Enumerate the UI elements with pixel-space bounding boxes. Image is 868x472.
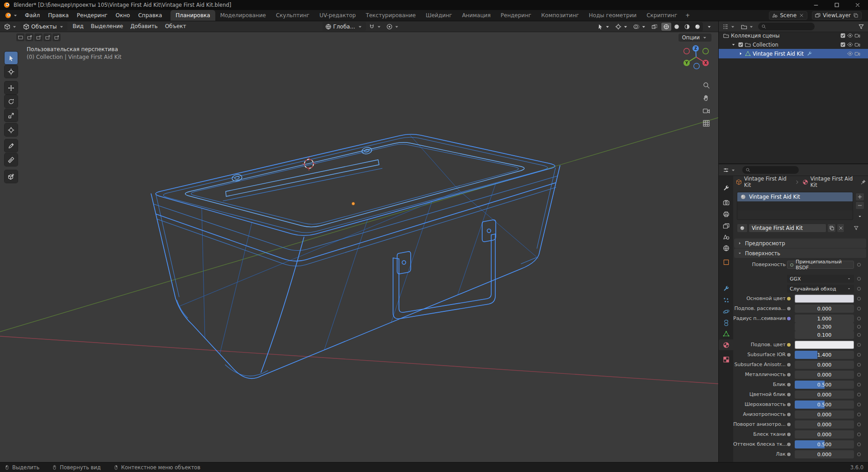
outliner-search-input[interactable]	[768, 24, 811, 30]
workspace-tab-10[interactable]: Скриптинг	[641, 10, 682, 21]
prop-shader-button[interactable]: Принципиальный BSDF	[787, 261, 854, 269]
properties-tab-tool[interactable]	[719, 182, 733, 193]
tool-scale[interactable]	[5, 109, 18, 122]
viewport-menu-2[interactable]: Добавить	[127, 21, 161, 32]
workspace-tab-8[interactable]: Композитинг	[536, 10, 584, 21]
outliner-display-mode-button[interactable]	[740, 22, 756, 31]
prop-value-slider[interactable]: 0.000	[795, 430, 854, 439]
viewport-toggle-pointer[interactable]	[596, 22, 612, 31]
prop-value-slider[interactable]: 0.000	[795, 391, 854, 399]
properties-tab-material[interactable]	[719, 339, 733, 350]
properties-tab-modifiers[interactable]	[719, 283, 733, 294]
properties-tab-constraints[interactable]	[719, 317, 733, 328]
workspace-tab-9[interactable]: Ноды геометрии	[584, 10, 642, 21]
outliner-row-0[interactable]: Коллекция сцены	[719, 31, 868, 40]
prop-color-swatch[interactable]	[795, 295, 854, 303]
row-eye-toggle[interactable]	[846, 51, 854, 57]
mode-dropdown[interactable]: Объекты	[20, 22, 67, 31]
decorator-dot[interactable]	[857, 263, 861, 267]
properties-tab-texture[interactable]	[719, 354, 733, 365]
prop-value-slider[interactable]: 0.000	[795, 450, 854, 458]
viewport-camera-button[interactable]	[702, 106, 710, 114]
node-socket-dot[interactable]	[787, 383, 791, 386]
select-intersect-button[interactable]	[52, 33, 61, 41]
topbar-menu-3[interactable]: Окно	[112, 10, 134, 21]
workspace-tab-0[interactable]: Планировка	[171, 10, 215, 21]
decorator-dot[interactable]	[857, 317, 861, 320]
topbar-menu-0[interactable]: Файл	[21, 10, 44, 21]
viewport-canvas[interactable]: Пользовательская перспектива (0) Collect…	[0, 32, 718, 462]
properties-tab-render[interactable]	[719, 197, 733, 208]
topbar-menu-4[interactable]: Справка	[134, 10, 166, 21]
decorator-dot[interactable]	[857, 443, 861, 446]
viewport-toggle-overlays[interactable]	[632, 22, 648, 31]
workspace-tab-7[interactable]: Рендеринг	[496, 10, 536, 21]
decorator-dot[interactable]	[857, 413, 861, 416]
properties-tab-object[interactable]	[719, 257, 733, 267]
decorator-dot[interactable]	[857, 297, 861, 300]
decorator-dot[interactable]	[857, 277, 861, 281]
outliner-item-label[interactable]: Vintage First Aid Kit	[753, 51, 804, 57]
outliner-editor-type-button[interactable]	[721, 22, 737, 31]
node-socket-dot[interactable]	[787, 363, 791, 367]
gizmo-minus-z-axis[interactable]	[694, 63, 700, 69]
tool-select-box[interactable]	[5, 52, 18, 64]
node-socket-dot[interactable]	[787, 393, 791, 396]
scene-unlink-holder[interactable]	[799, 13, 804, 18]
tool-annotate[interactable]	[5, 139, 18, 152]
navigation-gizmo[interactable]: Z X Y	[683, 43, 711, 72]
minimize-button[interactable]	[806, 0, 826, 10]
decorator-dot[interactable]	[857, 333, 861, 337]
decorator-dot[interactable]	[857, 393, 861, 396]
row-checkbox-toggle[interactable]	[839, 33, 846, 38]
collection-checkbox[interactable]	[737, 42, 744, 48]
decorator-dot[interactable]	[857, 287, 861, 291]
prop-value-slider[interactable]: 0.100	[795, 331, 854, 339]
node-socket-dot[interactable]	[787, 453, 791, 456]
shading-solid-button[interactable]	[672, 23, 682, 31]
decorator-dot[interactable]	[857, 343, 861, 347]
node-socket-dot[interactable]	[787, 403, 791, 406]
node-socket-dot[interactable]	[787, 433, 791, 436]
first-aid-kit-wireframe[interactable]	[151, 134, 560, 379]
properties-tab-physics[interactable]	[719, 306, 733, 317]
add-workspace-button[interactable]: +	[682, 12, 693, 19]
tool-measure[interactable]	[5, 153, 18, 166]
properties-tab-data[interactable]	[719, 328, 733, 339]
row-checkbox-toggle[interactable]	[839, 42, 846, 48]
viewport-zoom-button[interactable]	[702, 81, 710, 89]
node-socket-dot[interactable]	[787, 317, 791, 320]
decorator-dot[interactable]	[857, 373, 861, 377]
prop-value-slider[interactable]: 0.500	[795, 440, 854, 448]
select-extend-button[interactable]	[25, 33, 33, 41]
prop-color-swatch[interactable]	[795, 341, 854, 349]
outliner-item-label[interactable]: Коллекция сцены	[731, 33, 780, 39]
viewport-menu-1[interactable]: Выделение	[87, 21, 127, 32]
shading-material-preview-button[interactable]	[682, 23, 692, 31]
properties-tab-view-layer[interactable]	[719, 220, 733, 231]
shading-wireframe-button[interactable]	[661, 23, 671, 31]
properties-tab-particles[interactable]	[719, 295, 733, 305]
select-new-button[interactable]	[16, 33, 24, 41]
properties-tab-world[interactable]	[719, 243, 733, 253]
workspace-tab-6[interactable]: Анимация	[457, 10, 495, 21]
viewport-menu-0[interactable]: Вид	[69, 21, 87, 32]
node-socket-dot[interactable]	[787, 343, 791, 347]
viewlayer-selector[interactable]: ViewLayer	[812, 11, 862, 20]
workspace-tab-3[interactable]: UV-редактор	[314, 10, 360, 21]
node-socket-dot[interactable]	[787, 423, 791, 426]
row-eye-toggle[interactable]	[846, 42, 854, 48]
shading-rendered-button[interactable]	[693, 23, 702, 31]
prop-enum-dropdown[interactable]: GGX	[787, 275, 854, 283]
decorator-dot[interactable]	[857, 383, 861, 386]
prop-value-slider[interactable]: 0.500	[795, 381, 854, 389]
disclosure-closed-icon-holder[interactable]	[737, 51, 744, 57]
decorator-dot[interactable]	[857, 403, 861, 406]
outliner-row-2[interactable]: Vintage First Aid Kit	[719, 49, 868, 58]
proportional-edit-button[interactable]	[385, 22, 401, 31]
prop-value-slider[interactable]: 0.000	[795, 420, 854, 429]
node-socket-dot[interactable]	[787, 443, 791, 446]
properties-search-input[interactable]	[752, 167, 796, 173]
disclosure-open-icon-holder[interactable]	[730, 42, 737, 48]
node-socket-dot[interactable]	[787, 373, 791, 377]
